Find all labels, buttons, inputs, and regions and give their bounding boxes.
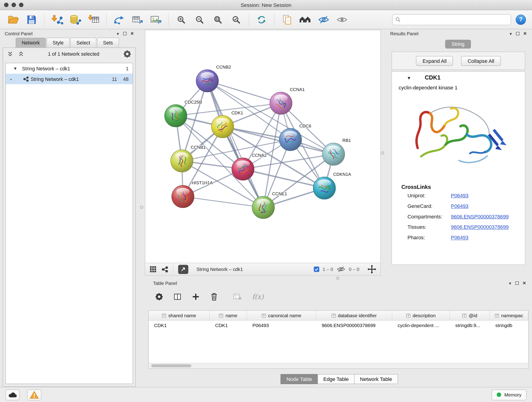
network-glyph-icon[interactable] bbox=[162, 266, 168, 273]
vertical-splitter-handle[interactable] bbox=[140, 206, 143, 209]
network-node-ccna2[interactable] bbox=[232, 158, 254, 180]
zoom-fit-button[interactable] bbox=[210, 12, 226, 27]
tab-edge-table[interactable]: Edge Table bbox=[317, 374, 355, 384]
copy-button[interactable] bbox=[279, 12, 295, 27]
tab-sets[interactable]: Sets bbox=[97, 38, 119, 47]
tab-string[interactable]: String bbox=[445, 40, 471, 49]
zoom-in-button[interactable] bbox=[173, 12, 189, 27]
float-panel-icon[interactable] bbox=[515, 281, 519, 285]
tree-expander-icon[interactable]: ▼ bbox=[13, 66, 18, 71]
tab-style[interactable]: Style bbox=[46, 38, 70, 47]
edge-hist1h1a-ccne1[interactable] bbox=[183, 197, 263, 207]
import-network-file-button[interactable] bbox=[49, 12, 65, 27]
table-row[interactable]: CDK1CDK1P064939606.ENSP00000378699cyclin… bbox=[149, 320, 528, 330]
minimize-window-button[interactable] bbox=[12, 3, 16, 7]
table-cell[interactable]: 9606.ENSP00000378699 bbox=[316, 320, 392, 330]
tab-node-table[interactable]: Node Table bbox=[281, 374, 318, 384]
expand-all-networks-icon[interactable] bbox=[7, 51, 13, 57]
gear-icon[interactable] bbox=[123, 50, 132, 58]
collapse-panel-icon[interactable]: ▾ bbox=[510, 32, 512, 36]
column-header-canonical-name[interactable]: canonical name bbox=[247, 311, 316, 320]
show-columns-icon[interactable] bbox=[173, 293, 182, 301]
cloud-button[interactable] bbox=[6, 389, 20, 400]
import-table-button[interactable] bbox=[86, 12, 101, 27]
network-node-ccna1[interactable] bbox=[270, 92, 292, 114]
edge-ccnb2-ccne1[interactable] bbox=[207, 81, 263, 208]
network-node-ccnb2[interactable] bbox=[196, 70, 219, 92]
add-column-icon[interactable] bbox=[192, 293, 200, 301]
edge-ccna2-cdkn1a[interactable] bbox=[243, 169, 324, 188]
scrollbar-thumb[interactable] bbox=[151, 364, 191, 367]
float-panel-icon[interactable] bbox=[123, 32, 127, 35]
memory-button[interactable]: Memory bbox=[492, 389, 526, 400]
network-node-cdk1[interactable] bbox=[211, 115, 234, 138]
collapse-all-networks-icon[interactable] bbox=[18, 51, 24, 57]
tab-network-table[interactable]: Network Table bbox=[354, 374, 398, 384]
network-node-cdc25b[interactable] bbox=[165, 104, 187, 127]
column-header-database-identifier[interactable]: database identifier bbox=[316, 311, 392, 320]
tab-select[interactable]: Select bbox=[70, 38, 96, 47]
expand-all-button[interactable]: Expand All bbox=[416, 56, 453, 66]
table-cell[interactable]: CDK1 bbox=[149, 320, 210, 330]
column-header-name[interactable]: name bbox=[210, 311, 247, 320]
collapse-panel-icon[interactable]: ▾ bbox=[509, 281, 511, 285]
collapse-all-button[interactable]: Collapse All bbox=[461, 56, 500, 66]
crosslink-value-link[interactable]: P06493 bbox=[451, 235, 469, 240]
close-panel-icon[interactable]: × bbox=[131, 31, 134, 36]
column-header-shared-name[interactable]: shared name bbox=[149, 311, 210, 320]
table-horizontal-scrollbar[interactable] bbox=[149, 363, 528, 368]
table-cell[interactable]: CDK1 bbox=[210, 320, 247, 330]
new-table-button[interactable] bbox=[130, 12, 145, 27]
warning-button[interactable] bbox=[27, 389, 41, 400]
save-session-button[interactable] bbox=[24, 12, 39, 27]
zoom-selected-button[interactable] bbox=[228, 12, 244, 27]
network-row-selected[interactable]: ● String Network – cdk1 11 48 bbox=[6, 74, 133, 84]
vertical-splitter-handle[interactable] bbox=[381, 152, 384, 154]
hide-selected-button[interactable] bbox=[316, 12, 331, 27]
tab-network[interactable]: Network bbox=[16, 38, 46, 47]
export-image-button[interactable] bbox=[148, 12, 164, 27]
import-network-database-button[interactable] bbox=[68, 12, 83, 27]
hidden-eye-slash-icon[interactable] bbox=[336, 265, 346, 273]
network-node-hist1h1a[interactable] bbox=[172, 185, 194, 208]
refresh-button[interactable] bbox=[254, 12, 269, 27]
column-header-namespac[interactable]: namespac bbox=[490, 311, 528, 320]
close-window-button[interactable] bbox=[4, 3, 8, 7]
grid-view-icon[interactable] bbox=[149, 265, 157, 273]
crosslink-value-link[interactable]: 9606.ENSP00000378699 bbox=[451, 224, 509, 230]
column-header-@id[interactable]: @id bbox=[450, 311, 490, 320]
close-panel-icon[interactable]: × bbox=[524, 31, 527, 36]
pan-crosshair-icon[interactable] bbox=[367, 265, 376, 274]
zoom-out-button[interactable] bbox=[192, 12, 207, 27]
collapse-entry-icon[interactable]: ▼ bbox=[407, 75, 411, 80]
open-session-button[interactable] bbox=[6, 12, 21, 27]
selected-checkbox-icon[interactable] bbox=[314, 267, 319, 272]
network-collection-row[interactable]: ▼ String Network – cdk1 1 bbox=[6, 63, 133, 74]
delete-column-icon[interactable] bbox=[210, 292, 218, 301]
home-button[interactable] bbox=[298, 12, 313, 27]
show-all-button[interactable] bbox=[334, 12, 350, 27]
crosslink-value-link[interactable]: P06493 bbox=[451, 203, 469, 209]
open-in-browser-button[interactable] bbox=[178, 265, 188, 274]
collapse-panel-icon[interactable]: ▾ bbox=[117, 32, 119, 36]
zoom-window-button[interactable] bbox=[19, 3, 23, 7]
network-node-ccnb1[interactable] bbox=[171, 150, 193, 172]
column-header-description[interactable]: description bbox=[392, 311, 450, 320]
help-button[interactable]: ? bbox=[516, 14, 526, 25]
table-cell[interactable]: stringdb bbox=[490, 320, 528, 330]
table-gear-icon[interactable] bbox=[155, 293, 163, 301]
network-node-cdc6[interactable] bbox=[279, 128, 302, 151]
float-panel-icon[interactable] bbox=[516, 32, 519, 35]
network-canvas-svg[interactable]: CCNB2CCNA1CDC25BCDK1CDC6RB1CCNB1CCNA2CDK… bbox=[145, 30, 380, 263]
new-network-button[interactable] bbox=[111, 12, 127, 27]
horizontal-splitter-handle[interactable] bbox=[336, 277, 339, 280]
table-cell[interactable]: cyclin-dependent ... bbox=[392, 320, 450, 330]
close-panel-icon[interactable]: × bbox=[523, 281, 526, 286]
crosslink-value-link[interactable]: 9606.ENSP00000378699 bbox=[451, 214, 509, 219]
edge-ccnb2-ccna1[interactable] bbox=[207, 81, 281, 103]
search-input[interactable] bbox=[403, 17, 508, 22]
network-node-cdkn1a[interactable] bbox=[313, 177, 336, 199]
network-node-rb1[interactable] bbox=[322, 143, 345, 166]
crosslink-value-link[interactable]: P06493 bbox=[451, 192, 469, 198]
table-cell[interactable]: stringdb:9... bbox=[450, 320, 490, 330]
